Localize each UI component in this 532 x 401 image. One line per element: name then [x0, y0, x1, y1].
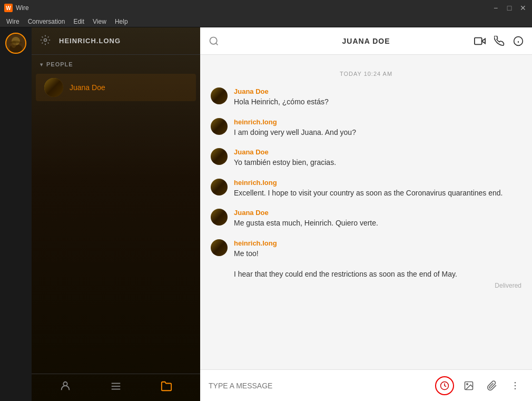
- left-panel: HEINRICH.LONG ▾ PEOPLE Juana Doe: [32, 27, 200, 401]
- msg-content-3: Juana Doe Yo también estoy bien, gracias…: [234, 148, 521, 168]
- chat-messages: TODAY 10:24 AM Juana Doe Hola Heinrich, …: [200, 55, 532, 369]
- more-button[interactable]: [507, 377, 524, 394]
- msg-content-4: heinrich.long Excellent. I hope to visit…: [234, 179, 521, 199]
- maximize-button[interactable]: □: [505, 3, 514, 13]
- svg-marker-11: [482, 38, 485, 43]
- msg-text-3: Yo también estoy bien, gracias.: [234, 158, 521, 168]
- date-divider: TODAY 10:24 AM: [211, 71, 521, 77]
- msg-avatar-4: [211, 179, 228, 195]
- msg-avatar-1: [211, 87, 228, 104]
- user-name-header: HEINRICH.LONG: [59, 37, 121, 45]
- chat-input-area: [200, 369, 532, 401]
- left-panel-header: HEINRICH.LONG: [32, 27, 200, 55]
- msg-content-1: Juana Doe Hola Heinrich, ¿cómo estás?: [234, 87, 521, 107]
- message-group-2: heinrich.long I am doing very well Juana…: [211, 118, 521, 138]
- msg-text-4: Excellent. I hope to visit your country …: [234, 188, 521, 199]
- people-section: ▾ PEOPLE: [32, 55, 200, 72]
- contact-name: Juana Doe: [70, 83, 105, 92]
- message-group-3: Juana Doe Yo también estoy bien, gracias…: [211, 148, 521, 168]
- chevron-icon: ▾: [40, 62, 43, 67]
- msg-delivered-6: Delivered: [234, 282, 521, 289]
- window-controls: − □ ✕: [491, 3, 528, 13]
- msg-sender-6: heinrich.long: [234, 239, 521, 247]
- menu-wire[interactable]: Wire: [2, 17, 24, 26]
- chat-header-actions: [474, 35, 524, 47]
- timer-button[interactable]: [435, 376, 454, 395]
- msg-avatar-5: [211, 209, 228, 226]
- settings-icon[interactable]: [40, 35, 53, 47]
- message-group-4: heinrich.long Excellent. I hope to visit…: [211, 179, 521, 199]
- message-group-5: Juana Doe Me gusta esta much, Heinrich. …: [211, 209, 521, 229]
- chat-panel: JUANA DOE: [200, 27, 532, 401]
- message-group-6: heinrich.long Me too!I hear that they co…: [211, 239, 521, 289]
- people-icon[interactable]: [60, 380, 71, 395]
- svg-rect-12: [475, 37, 482, 44]
- msg-sender-4: heinrich.long: [234, 179, 521, 187]
- svg-point-5: [63, 382, 67, 386]
- msg-content-2: heinrich.long I am doing very well Juana…: [234, 118, 521, 138]
- msg-sender-3: Juana Doe: [234, 148, 521, 156]
- msg-text-1: Hola Heinrich, ¿cómo estás?: [234, 97, 521, 107]
- app-icon: W: [4, 4, 13, 12]
- menu-bar: Wire Conversation Edit View Help: [0, 16, 532, 27]
- app-body: HEINRICH.LONG ▾ PEOPLE Juana Doe: [0, 27, 532, 401]
- title-text: Wire: [16, 4, 491, 12]
- contact-list: Juana Doe: [32, 72, 200, 103]
- title-bar: W Wire − □ ✕: [0, 0, 532, 16]
- msg-content-6: heinrich.long Me too!I hear that they co…: [234, 239, 521, 289]
- folder-icon[interactable]: [161, 380, 172, 395]
- msg-sender-5: Juana Doe: [234, 209, 521, 217]
- message-input[interactable]: [209, 382, 429, 390]
- sidebar-icons: [0, 27, 32, 401]
- msg-text-5: Me gusta esta much, Heinrich. Quiero ver…: [234, 218, 521, 229]
- video-call-button[interactable]: [474, 35, 486, 47]
- chat-contact-title: JUANA DOE: [342, 37, 390, 45]
- people-label[interactable]: ▾ PEOPLE: [40, 61, 192, 67]
- minimize-button[interactable]: −: [491, 3, 500, 13]
- left-panel-footer: [32, 374, 200, 401]
- msg-avatar-6: [211, 239, 228, 256]
- chat-header: JUANA DOE: [200, 27, 532, 55]
- menu-help[interactable]: Help: [111, 17, 132, 26]
- call-button[interactable]: [494, 35, 505, 47]
- menu-view[interactable]: View: [88, 17, 111, 26]
- contact-avatar-inner: [44, 78, 63, 97]
- svg-point-18: [467, 383, 468, 385]
- contact-avatar: [44, 78, 63, 97]
- menu-edit[interactable]: Edit: [69, 17, 88, 26]
- menu-conversation[interactable]: Conversation: [24, 17, 70, 26]
- msg-text-2: I am doing very well Juana. And you?: [234, 128, 521, 138]
- info-button[interactable]: [513, 35, 524, 47]
- people-section-title: PEOPLE: [46, 61, 73, 67]
- search-button[interactable]: [209, 36, 219, 46]
- msg-avatar-2: [211, 118, 228, 135]
- message-group-1: Juana Doe Hola Heinrich, ¿cómo estás?: [211, 87, 521, 107]
- msg-sender-2: heinrich.long: [234, 118, 521, 126]
- svg-point-9: [210, 37, 217, 44]
- list-icon[interactable]: [110, 380, 122, 395]
- svg-line-10: [216, 43, 218, 45]
- close-button[interactable]: ✕: [518, 3, 528, 13]
- image-button[interactable]: [460, 377, 477, 394]
- msg-content-5: Juana Doe Me gusta esta much, Heinrich. …: [234, 209, 521, 229]
- attachment-button[interactable]: [484, 377, 500, 394]
- msg-text-6: Me too!I hear that they could end the re…: [234, 249, 521, 280]
- user-avatar[interactable]: [5, 33, 26, 54]
- msg-sender-1: Juana Doe: [234, 87, 521, 95]
- contact-item-juana[interactable]: Juana Doe: [36, 74, 196, 101]
- msg-avatar-3: [211, 148, 228, 165]
- svg-point-4: [44, 38, 47, 41]
